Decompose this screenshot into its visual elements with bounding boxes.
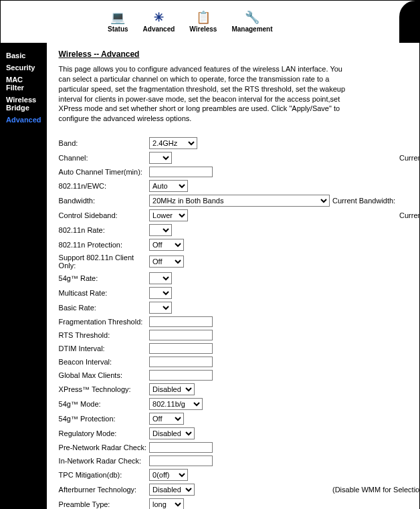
clipboard-icon: 📋 — [197, 11, 210, 24]
rts-threshold-input[interactable] — [149, 330, 213, 340]
sidebar: Basic Security MAC Filter Wireless Bridg… — [1, 43, 47, 509]
page-title: Wireless -- Advanced — [59, 49, 420, 59]
nav-wireless[interactable]: 📋 Wireless — [189, 11, 217, 33]
mode-54g-select[interactable]: 802.11b/g — [149, 398, 203, 410]
preamble-select[interactable]: long — [149, 498, 184, 509]
frag-threshold-label: Fragmentation Threshold: — [59, 315, 149, 328]
top-nav: 💻 Status ✳ Advanced 📋 Wireless 🔧 Managem… — [0, 0, 420, 43]
tpc-label: TPC Mitigation(db): — [59, 468, 149, 482]
sidebar-item-advanced[interactable]: Advanced — [6, 114, 41, 126]
sidebar-item-basic[interactable]: Basic — [6, 49, 41, 62]
burst-icon: ✳ — [152, 11, 165, 24]
protection-11n-select[interactable]: Off — [149, 239, 184, 251]
preamble-label: Preamble Type: — [59, 497, 149, 509]
beacon-interval-label: Beacon Interval: — [59, 355, 149, 369]
multicast-rate-label: Multicast Rate: — [59, 286, 149, 300]
channel-label: Channel: — [59, 150, 149, 165]
nav-label: Status — [108, 25, 128, 33]
nav-label: Management — [231, 25, 272, 33]
nav-status[interactable]: 💻 Status — [108, 11, 128, 33]
in-radar-label: In-Network Radar Check: — [59, 454, 149, 468]
beacon-interval-input[interactable] — [149, 357, 213, 367]
channel-select[interactable] — [149, 152, 172, 164]
sidebar-item-mac-filter[interactable]: MAC Filter — [6, 74, 41, 94]
nav-label: Wireless — [189, 25, 217, 33]
page-description: This page allows you to configure advanc… — [59, 64, 353, 124]
protection-54g-label: 54g™ Protection: — [59, 411, 149, 426]
global-max-clients-input[interactable] — [149, 370, 213, 381]
band-select[interactable]: 2.4GHz — [149, 137, 197, 149]
dtim-interval-label: DTIM Interval: — [59, 342, 149, 355]
dtim-interval-input[interactable] — [149, 343, 213, 354]
pre-radar-label: Pre-Network Radar Check: — [59, 441, 149, 454]
protection-54g-select[interactable]: Off — [149, 413, 184, 425]
protection-11n-label: 802.11n Protection: — [59, 237, 149, 252]
frag-threshold-input[interactable] — [149, 316, 213, 327]
auto-channel-timer-input[interactable] — [149, 167, 213, 177]
n-ewc-select[interactable]: Auto — [149, 180, 188, 192]
auto-channel-timer-label: Auto Channel Timer(min): — [59, 165, 149, 179]
afterburner-note: (Disable WMM for Selection) — [332, 482, 420, 497]
band-label: Band: — [59, 136, 149, 150]
sidebar-item-security[interactable]: Security — [6, 62, 41, 74]
client-only-11n-label: Support 802.11n Client Only: — [59, 252, 149, 271]
current-bandwidth-label: Current Bandwidth: — [332, 193, 420, 208]
tpc-select[interactable]: 0(off) — [149, 469, 188, 481]
rate-54g-label: 54g™ Rate: — [59, 271, 149, 286]
main-content: Wireless -- Advanced This page allows yo… — [47, 43, 420, 509]
control-sideband-select[interactable]: Lower — [149, 209, 188, 221]
bandwidth-select[interactable]: 20MHz in Both Bands — [149, 195, 330, 207]
afterburner-select[interactable]: Disabled — [149, 484, 195, 496]
control-sideband-label: Control Sideband: — [59, 208, 149, 223]
xpress-select[interactable]: Disabled — [149, 383, 195, 395]
main-container: Basic Security MAC Filter Wireless Bridg… — [0, 43, 420, 509]
settings-form: Band: 2.4GHz Channel: Current Channel: A… — [59, 136, 420, 509]
in-radar-input[interactable] — [149, 455, 213, 466]
basic-rate-select[interactable] — [149, 302, 172, 314]
rts-threshold-label: RTS Threshold: — [59, 328, 149, 342]
nav-management[interactable]: 🔧 Management — [231, 11, 272, 33]
regulatory-mode-label: Regulatory Mode: — [59, 426, 149, 441]
bandwidth-label: Bandwidth: — [59, 193, 149, 208]
rate-11n-select[interactable] — [149, 224, 172, 236]
current-channel-label: Current Channel: — [332, 150, 420, 165]
nav-label: Advanced — [143, 25, 175, 33]
rate-11n-label: 802.11n Rate: — [59, 223, 149, 237]
afterburner-label: Afterburner Technology: — [59, 482, 149, 497]
pre-radar-input[interactable] — [149, 442, 213, 453]
laptop-icon: 💻 — [111, 11, 124, 24]
multicast-rate-select[interactable] — [149, 287, 172, 299]
current-control-sideband-label: Current Control Sideband: — [332, 208, 420, 223]
xpress-label: XPress™ Technology: — [59, 382, 149, 397]
n-ewc-label: 802.11n/EWC: — [59, 179, 149, 193]
regulatory-mode-select[interactable]: Disabled — [149, 427, 195, 439]
client-only-11n-select[interactable]: Off — [149, 256, 184, 268]
tools-icon: 🔧 — [245, 11, 259, 24]
basic-rate-label: Basic Rate: — [59, 300, 149, 315]
rate-54g-select[interactable] — [149, 272, 172, 284]
global-max-clients-label: Global Max Clients: — [59, 369, 149, 382]
sidebar-item-wireless-bridge[interactable]: Wireless Bridge — [6, 94, 41, 114]
nav-advanced[interactable]: ✳ Advanced — [143, 11, 175, 33]
mode-54g-label: 54g™ Mode: — [59, 397, 149, 411]
